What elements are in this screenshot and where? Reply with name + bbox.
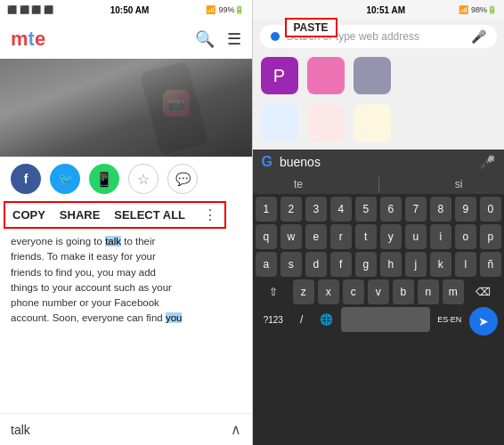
bookmarks-row-1: P [253, 53, 505, 101]
bookmark-item-3[interactable] [353, 57, 392, 97]
highlighted-text: talk [105, 236, 121, 247]
key-row-zxcv: ⇧ z x c v b n m ⌫ [255, 279, 503, 304]
bookmark-icon-dark [354, 57, 391, 94]
key-3[interactable]: 3 [305, 197, 327, 222]
backspace-key[interactable]: ⌫ [467, 279, 500, 304]
key-row-bottom: ?123 / 🌐 ES·EN ➤ [255, 307, 503, 336]
left-panel: ⬛ ⬛ ⬛ ⬛ 10:50 AM 📶 99%🔋 mte 🔍 ☰ 📷 f 🐦 📱 … [0, 0, 252, 445]
key-8[interactable]: 8 [430, 197, 451, 222]
key-p[interactable]: p [480, 224, 501, 249]
keyboard-search-word: buenos [280, 155, 473, 169]
key-j[interactable]: j [405, 252, 427, 277]
key-4[interactable]: 4 [330, 197, 352, 222]
facebook-button[interactable]: f [11, 164, 41, 194]
twitter-button[interactable]: 🐦 [50, 164, 80, 194]
star-button[interactable]: ☆ [128, 164, 159, 194]
search-icon[interactable]: 🔍 [195, 29, 215, 49]
key-0[interactable]: 0 [480, 197, 501, 222]
key-v[interactable]: v [368, 279, 389, 304]
copy-button[interactable]: COPY [12, 208, 45, 222]
bookmark-icon-purple: P [261, 57, 298, 94]
key-t[interactable]: t [355, 224, 377, 249]
paste-button[interactable]: PASTE [285, 18, 337, 37]
key-y[interactable]: y [380, 224, 402, 249]
context-menu: COPY SHARE SELECT ALL ⋮ [4, 201, 226, 229]
bookmark-icon-lightblue [261, 104, 298, 142]
key-h[interactable]: h [380, 252, 402, 277]
key-c[interactable]: c [343, 279, 364, 304]
whatsapp-button[interactable]: 📱 [89, 164, 119, 194]
right-status-bar: 10:51 AM 📶 98%🔋 [253, 0, 505, 20]
key-m[interactable]: m [443, 279, 464, 304]
key-7[interactable]: 7 [405, 197, 427, 222]
comment-button[interactable]: 💬 [167, 164, 198, 194]
globe-key[interactable]: 🌐 [316, 307, 337, 332]
article-image: 📷 [0, 59, 252, 157]
article-text: everyone is going to talk to theirfriend… [0, 229, 252, 413]
key-2[interactable]: 2 [280, 197, 302, 222]
key-b[interactable]: b [393, 279, 414, 304]
bookmark-item-6[interactable] [353, 104, 392, 144]
bookmark-item-5[interactable] [306, 104, 345, 144]
space-key[interactable] [341, 307, 430, 332]
left-status-time: 10:50 AM [110, 5, 150, 15]
key-5[interactable]: 5 [355, 197, 377, 222]
right-panel: 10:51 AM 📶 98%🔋 PASTE Search or type web… [253, 0, 505, 445]
key-f[interactable]: f [330, 252, 352, 277]
key-row-numbers: 1 2 3 4 5 6 7 8 9 0 [255, 197, 503, 222]
key-r[interactable]: r [330, 224, 352, 249]
left-status-bar: ⬛ ⬛ ⬛ ⬛ 10:50 AM 📶 99%🔋 [0, 0, 252, 20]
more-options-icon[interactable]: ⋮ [203, 206, 217, 223]
social-bar: f 🐦 📱 ☆ 💬 [0, 157, 252, 201]
key-a[interactable]: a [256, 252, 277, 277]
url-bar[interactable]: PASTE Search or type web address 🎤 [260, 25, 498, 48]
suggestion-divider-1 [378, 177, 379, 191]
key-k[interactable]: k [430, 252, 451, 277]
mic-keyboard-icon[interactable]: 🎤 [480, 155, 495, 169]
key-9[interactable]: 9 [455, 197, 476, 222]
share-button[interactable]: SHARE [60, 208, 101, 222]
select-all-button[interactable]: SELECT ALL [114, 208, 185, 222]
suggestion-1[interactable]: te [294, 178, 303, 190]
key-1[interactable]: 1 [256, 197, 277, 222]
left-status-icons: ⬛ ⬛ ⬛ ⬛ [7, 5, 53, 14]
right-status-time: 10:51 AM [366, 5, 405, 15]
key-d[interactable]: d [305, 252, 327, 277]
key-q[interactable]: q [256, 224, 277, 249]
key-x[interactable]: x [318, 279, 339, 304]
key-n[interactable]: n [418, 279, 439, 304]
left-bottom-bar: talk ∧ [0, 413, 252, 445]
chevron-up-icon[interactable]: ∧ [231, 421, 241, 438]
mic-icon[interactable]: 🎤 [471, 29, 486, 44]
battery-icon: 99%🔋 [218, 5, 244, 14]
bookmarks-row-2 [253, 104, 505, 144]
num-key[interactable]: ?123 [259, 307, 288, 332]
key-g[interactable]: g [355, 252, 377, 277]
key-s[interactable]: s [280, 252, 302, 277]
menu-icon[interactable]: ☰ [227, 29, 241, 49]
bookmark-item-2[interactable] [306, 57, 345, 97]
key-i[interactable]: i [430, 224, 451, 249]
enter-key[interactable]: ➤ [469, 307, 498, 336]
bookmark-item-4[interactable] [260, 104, 299, 144]
key-u[interactable]: u [405, 224, 427, 249]
shift-key[interactable]: ⇧ [257, 279, 289, 304]
left-notification-icons: ⬛ ⬛ ⬛ ⬛ [7, 5, 53, 14]
suggestion-2[interactable]: si [455, 178, 463, 190]
key-row-asdf: a s d f g h j k l ñ [255, 252, 503, 277]
lang-key[interactable]: ES·EN [434, 307, 466, 332]
key-l[interactable]: l [455, 252, 476, 277]
bookmark-icon-lightred [307, 104, 345, 142]
keyboard-area: G buenos 🎤 te si 1 2 3 4 5 6 7 8 [253, 150, 505, 445]
slash-key[interactable]: / [291, 307, 313, 332]
bookmark-item-1[interactable]: P [260, 57, 299, 97]
article-text-after: to theirfriends. To make it easy for you… [11, 236, 182, 323]
key-n-tilde[interactable]: ñ [480, 252, 501, 277]
key-o[interactable]: o [455, 224, 476, 249]
key-z[interactable]: z [293, 279, 314, 304]
key-e[interactable]: e [305, 224, 327, 249]
url-dot-icon [271, 32, 280, 41]
left-status-right: 📶 99%🔋 [206, 5, 244, 14]
key-6[interactable]: 6 [380, 197, 402, 222]
key-w[interactable]: w [280, 224, 302, 249]
